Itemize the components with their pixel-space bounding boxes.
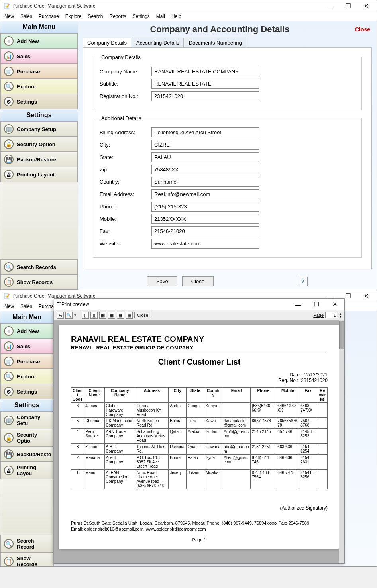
layout-6-icon[interactable]: ▦ [126,312,133,319]
table-cell: 2154-2251 [251,444,276,455]
page-up-button[interactable]: ▲ [339,312,342,315]
plus-icon: ＋ [4,36,14,46]
document-area[interactable]: RANAVIL REAL ESTATE COMPANY RENAVIL REAL… [54,320,344,563]
scrollbar-thumb[interactable] [339,321,344,349]
close-button[interactable]: Close [182,276,214,286]
sidebar-search-records[interactable]: 🔍Search Records [0,259,78,274]
layout-2-icon[interactable]: ▯▯ [90,312,98,319]
table-cell: Dhirana [84,418,104,429]
sidebar-security-option[interactable]: 🔒Security Option [0,137,78,152]
input-country[interactable] [151,177,259,187]
table-cell: Onam [187,444,204,455]
sidebar-company-setup[interactable]: 🏢Company Setup [0,122,78,137]
menu-new-2[interactable]: New [4,304,14,309]
input-regno[interactable] [151,91,259,101]
close-panel-button[interactable]: Close [355,26,370,33]
sidebar-purchase[interactable]: 🛒Purchase [0,64,78,79]
input-website[interactable] [151,239,259,249]
layout-4-icon[interactable]: ▦ [108,312,115,319]
input-email[interactable] [151,189,259,199]
input-billing[interactable] [151,127,259,137]
maximize-button[interactable]: ❐ [342,2,353,10]
sidebar-security-option-2[interactable]: 🔒Security Optio [0,429,53,447]
sidebar-printing-layout-2[interactable]: 🖨Printing Layou [0,462,53,479]
print-icon[interactable]: 🖨 [57,312,64,319]
menu-purchase-2[interactable]: Purcha [39,304,54,309]
preview-maximize-button[interactable]: ❐ [311,300,322,308]
preview-close-window-button[interactable]: ✕ [329,300,340,308]
preview-minimize-button[interactable]: — [293,300,304,308]
save-button[interactable]: SSaveave [147,276,177,286]
menu-reports[interactable]: Reports [109,14,126,19]
menu-new[interactable]: New [4,14,14,19]
tab-company-details[interactable]: Company Details [83,38,131,47]
sidebar-sales[interactable]: 📊Sales [0,49,78,64]
sidebar-header-main: Main Menu [0,21,78,33]
table-cell: Tacoma AL Duis Rd. [135,444,169,455]
sidebar-show-records[interactable]: 📋Show Records [0,274,78,290]
label-billing: Billing Address: [100,129,151,135]
input-mobile[interactable] [151,214,259,224]
page-number-input[interactable] [325,312,337,318]
table-cell: Arn1@gmail.com [222,429,251,444]
input-city[interactable] [151,140,259,150]
menu-search[interactable]: Search [88,14,103,19]
fieldset-additional-details: Additional Details Billing Address: City… [93,115,362,258]
menu-purchase[interactable]: Purchase [39,14,59,19]
menu-mail[interactable]: Mail [156,14,165,19]
page-down-button[interactable]: ▼ [339,315,342,318]
sidebar-sales-2[interactable]: 📊Sales [0,339,53,354]
sidebar-settings[interactable]: ⚙Settings [0,94,78,109]
doc-meta: Date: 12/12/2021 Reg. No.: 2315421020 [71,372,328,383]
sidebar-search-records-2[interactable]: 🔍Search Record [0,535,53,553]
label-email: Email Address: [100,191,151,197]
sidebar-explore-2[interactable]: 🔍Explore [0,369,53,384]
table-cell: James [84,403,104,418]
app-icon: 📝 [4,293,10,299]
table-cell: Jukain [187,470,204,489]
input-fax[interactable] [151,226,259,236]
sidebar-printing-layout[interactable]: 🖨Printing Layout [0,167,78,182]
table-cell: Mario [84,470,104,489]
menu-help[interactable]: Help [171,14,181,19]
close-window-button-2[interactable]: ✕ [361,292,372,300]
input-zip[interactable] [151,165,259,174]
sidebar-show-records-2[interactable]: 📋Show Records [0,553,53,567]
zoom-icon[interactable]: 🔍 [65,312,73,319]
table-cell: Arabia [187,429,204,444]
layout-1-icon[interactable]: ▯ [82,312,89,319]
menu-settings[interactable]: Settings [133,14,150,19]
tab-accounting-details[interactable]: Accounting Details [132,38,184,47]
input-subtitle[interactable] [151,79,259,89]
sidebar-settings-2[interactable]: ⚙Settings [0,384,53,399]
help-button[interactable]: ? [298,277,308,286]
sidebar-add-new[interactable]: ＋Add New [0,33,78,49]
table-row: 6JamesGlobe Hardware CompanyCorona Muske… [71,403,328,418]
sidebar-backup-restore[interactable]: 💾Backup/Restore [0,152,78,167]
layout-5-icon[interactable]: ▦ [117,312,124,319]
input-state[interactable] [151,152,259,162]
table-header: Phone [251,388,276,403]
tab-documents-numbering[interactable]: Documents Numbering [185,38,246,47]
layout-3-icon[interactable]: ▦ [99,312,106,319]
menu-sales[interactable]: Sales [20,14,32,19]
input-company-name[interactable] [151,67,259,76]
minimize-button[interactable]: — [324,2,335,10]
sidebar-company-setup-2[interactable]: 🏢Company Setu [0,412,53,429]
table-cell [317,418,328,429]
table-cell: 646-7475 [276,470,299,489]
preview-close-button[interactable]: Close [134,312,151,318]
sidebar-add-new-2[interactable]: ＋Add New [0,323,53,339]
menu-explore[interactable]: Explore [65,14,82,19]
input-phone[interactable] [151,202,259,212]
preview-icon: 🗔 [57,302,61,307]
table-cell: Ruwana [204,444,222,455]
sidebar-purchase-2[interactable]: 🛒Purchase [0,354,53,369]
table-cell: Peru Smake [84,429,104,444]
close-window-button[interactable]: ✕ [361,2,372,10]
menu-sales-2[interactable]: Sales [20,304,32,309]
sidebar-explore[interactable]: 🔍Explore [0,79,78,94]
scrollbar[interactable] [339,320,344,563]
sidebar-item-label: Company Setu [17,414,50,426]
sidebar-backup-restore-2[interactable]: 💾Backup/Resto [0,447,53,462]
